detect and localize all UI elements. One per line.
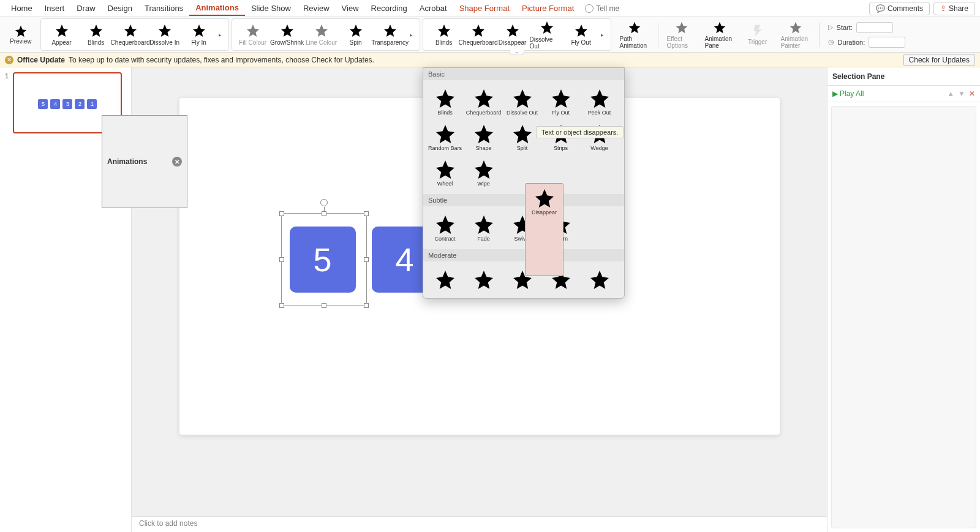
tell-me[interactable]: Tell me xyxy=(585,4,619,13)
label: Selection Pane xyxy=(832,72,884,81)
label: Spin xyxy=(350,39,362,46)
emphasis-transparency[interactable]: Transparency xyxy=(373,23,407,46)
tab-design[interactable]: Design xyxy=(102,1,138,15)
effect-moderate-5[interactable] xyxy=(580,265,619,294)
exit-fly-out[interactable]: Fly Out xyxy=(564,23,598,46)
tab-shape-format[interactable]: Shape Format xyxy=(453,1,516,15)
tab-insert[interactable]: Insert xyxy=(39,1,71,15)
resize-handle[interactable] xyxy=(364,303,369,308)
emphasis-line[interactable]: Line Colour xyxy=(304,23,339,46)
notes-pane[interactable]: Click to add notes xyxy=(132,516,827,532)
selection-pane-tab[interactable]: Selection Pane xyxy=(827,67,980,85)
effect-peek-out[interactable]: Peek Out xyxy=(580,84,619,119)
delete-icon[interactable]: ✕ xyxy=(969,89,975,98)
label: Disappear xyxy=(532,209,557,215)
animation-list[interactable] xyxy=(831,106,976,528)
entrance-more[interactable]: ▸ xyxy=(216,32,225,38)
tab-home[interactable]: Home xyxy=(5,1,39,15)
preview-group[interactable]: Preview xyxy=(4,18,38,51)
tab-draw[interactable]: Draw xyxy=(70,1,101,15)
rotate-handle[interactable] xyxy=(320,199,328,206)
emphasis-gallery: Fill Colour Grow/Shrink Line Colour Spin… xyxy=(232,18,420,51)
resize-handle[interactable] xyxy=(279,211,284,216)
exit-chequerboard[interactable]: Chequerboard xyxy=(461,23,496,46)
resize-handle[interactable] xyxy=(279,257,284,262)
share-button[interactable]: ⇪Share xyxy=(933,2,975,15)
start-input[interactable] xyxy=(856,22,893,33)
label: Chequerboard xyxy=(111,39,150,46)
tab-acrobat[interactable]: Acrobat xyxy=(413,1,453,15)
play-all-button[interactable]: ▶Play All xyxy=(832,89,864,98)
entrance-dissolve-in[interactable]: Dissolve In xyxy=(148,23,182,46)
effect-wheel[interactable]: Wheel xyxy=(426,155,464,190)
effect-disappear[interactable]: Disappear xyxy=(525,183,564,276)
label: Peek Out xyxy=(588,110,611,116)
tab-recording[interactable]: Recording xyxy=(365,1,413,15)
effect-random-bars[interactable]: Random Bars xyxy=(426,119,464,155)
move-down-icon[interactable]: ▼ xyxy=(958,89,965,98)
animations-pane-tab[interactable]: Animations✕ xyxy=(102,115,187,208)
trigger[interactable]: Trigger xyxy=(743,24,772,45)
animation-pane[interactable]: Animation Pane xyxy=(705,21,734,49)
duration-input[interactable] xyxy=(869,37,905,48)
emphasis-fill[interactable]: Fill Colour xyxy=(236,23,270,46)
label: Strips xyxy=(554,145,568,151)
tab-picture-format[interactable]: Picture Format xyxy=(516,1,580,15)
label: Animations xyxy=(107,157,147,166)
main: 1 5 4 3 2 1 5 4 3 xyxy=(0,67,980,532)
effect-fly-out[interactable]: Fly Out xyxy=(541,84,580,119)
entrance-chequerboard[interactable]: Chequerboard xyxy=(113,23,148,46)
effect-dissolve-out[interactable]: Dissolve Out xyxy=(503,84,541,119)
exit-more[interactable]: ▸ xyxy=(598,32,607,38)
exit-dissolve-out[interactable]: Dissolve Out xyxy=(530,20,564,50)
exit-gallery: Blinds Chequerboard Disappear Dissolve O… xyxy=(423,18,611,51)
entrance-gallery: Appear Blinds Chequerboard Dissolve In F… xyxy=(40,18,229,51)
label: Path Animation xyxy=(620,36,649,49)
tab-animations[interactable]: Animations xyxy=(189,1,245,16)
effect-moderate-2[interactable] xyxy=(464,265,503,294)
path-animation[interactable]: Path Animation xyxy=(620,21,649,49)
emphasis-more[interactable]: ▸ xyxy=(407,32,416,38)
resize-handle[interactable] xyxy=(322,211,326,216)
animation-painter[interactable]: Animation Painter xyxy=(781,21,810,49)
play-icon: ▷ xyxy=(828,23,833,31)
comments-button[interactable]: 💬Comments xyxy=(869,2,930,15)
gallery-notch[interactable]: ⌄ xyxy=(510,49,524,55)
selection-box[interactable] xyxy=(281,213,367,306)
label: Grow/Shrink xyxy=(270,39,304,46)
close-icon[interactable]: ✕ xyxy=(172,157,182,167)
resize-handle[interactable] xyxy=(279,303,284,308)
resize-handle[interactable] xyxy=(364,257,369,262)
effect-options[interactable]: Effect Options xyxy=(667,21,696,49)
effect-wipe[interactable]: Wipe xyxy=(464,155,503,190)
comment-icon: 💬 xyxy=(876,4,885,13)
entrance-fly-in[interactable]: Fly In xyxy=(182,23,216,46)
check-updates-button[interactable]: Check for Updates xyxy=(903,54,975,66)
label: Trigger xyxy=(748,39,767,45)
tab-transitions[interactable]: Transitions xyxy=(138,1,189,15)
tab-view[interactable]: View xyxy=(336,1,365,15)
entrance-blinds[interactable]: Blinds xyxy=(79,23,113,46)
right-pane: Animations✕ Selection Pane ▶Play All ▲ ▼… xyxy=(827,67,980,532)
exit-disappear[interactable]: Disappear xyxy=(496,23,530,46)
effect-fade[interactable]: Fade xyxy=(464,210,503,245)
exit-blinds[interactable]: Blinds xyxy=(427,23,461,46)
tooltip: Text or object disappears. xyxy=(536,126,624,138)
effect-moderate-1[interactable] xyxy=(426,265,464,294)
move-up-icon[interactable]: ▲ xyxy=(947,89,954,98)
effect-shape[interactable]: Shape xyxy=(464,119,503,155)
effect-contract[interactable]: Contract xyxy=(426,210,464,245)
effect-blinds[interactable]: Blinds xyxy=(426,84,464,119)
mini-shape: 3 xyxy=(62,99,72,109)
resize-handle[interactable] xyxy=(364,211,369,216)
label: Line Colour xyxy=(306,39,337,46)
tab-review[interactable]: Review xyxy=(297,1,336,15)
effect-chequerboard[interactable]: Chequerboard xyxy=(464,84,503,119)
emphasis-grow[interactable]: Grow/Shrink xyxy=(270,23,304,46)
entrance-appear[interactable]: Appear xyxy=(45,23,79,46)
label: Random Bars xyxy=(428,145,462,151)
resize-handle[interactable] xyxy=(322,303,326,308)
slide-number: 1 xyxy=(5,72,9,80)
tab-slideshow[interactable]: Slide Show xyxy=(245,1,297,15)
emphasis-spin[interactable]: Spin xyxy=(339,23,373,46)
